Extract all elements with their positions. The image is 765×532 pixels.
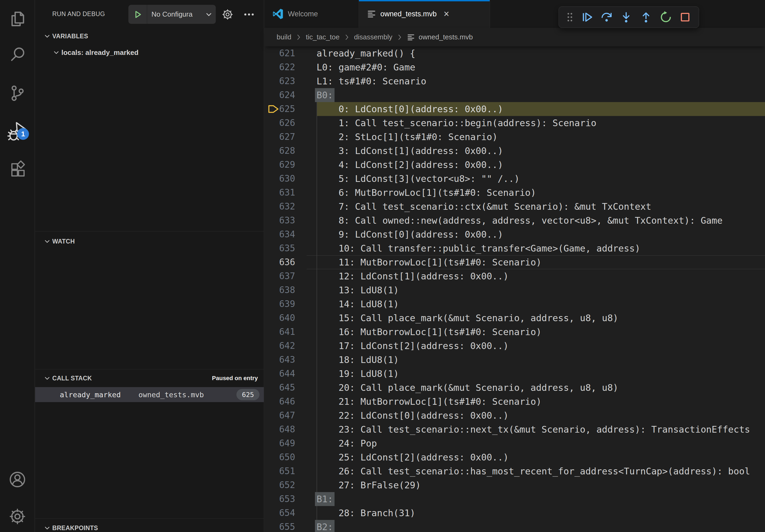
code-line[interactable]: 651 26: Call test_scenario::has_most_rec… [264, 464, 765, 478]
code-line[interactable]: 652 27: BrFalse(29) [264, 478, 765, 492]
line-text: 16: MutBorrowLoc[1](ts#1#0: Scenario) [317, 325, 541, 339]
chevron-down-icon [44, 375, 51, 382]
code-line[interactable]: 627 2: StLoc[1](ts#1#0: Scenario) [264, 130, 765, 144]
account-icon[interactable] [0, 466, 35, 493]
line-number: 644 [264, 367, 295, 381]
line-number: 638 [264, 283, 295, 297]
code-line[interactable]: 653 B1: [264, 492, 765, 506]
toolbar-drag-handle[interactable] [564, 9, 576, 26]
code-line[interactable]: 630 5: LdConst[3](vector<u8>: "" /..) [264, 172, 765, 186]
code-line[interactable]: 637 12: LdConst[1](address: 0x00..) [264, 269, 765, 283]
editor-group: Welcome owned_tests.mvb × [264, 0, 765, 532]
debug-config-dropdown[interactable]: No Configura [128, 5, 216, 24]
code-line[interactable]: 624 B0: [264, 88, 765, 102]
code-line[interactable]: 628 3: LdConst[1](address: 0x00..) [264, 144, 765, 158]
breakpoints-header[interactable]: BREAKPOINTS [35, 520, 264, 532]
code-line[interactable]: 621 already_marked() { [264, 46, 765, 60]
line-text: 24: Pop [317, 436, 377, 450]
code-line[interactable]: 655 B2: [264, 520, 765, 532]
line-number: 621 [264, 46, 295, 60]
code-line[interactable]: 636 11: MutBorrowLoc[1](ts#1#0: Scenario… [264, 255, 765, 269]
continue-icon[interactable] [578, 9, 596, 26]
call-stack-section: CALL STACK Paused on entry already_marke… [35, 369, 264, 402]
breadcrumb-file[interactable]: owned_tests.mvb [419, 33, 473, 41]
code-line[interactable]: 647 22: LdConst[0](address: 0x00..) [264, 408, 765, 422]
chevron-right-icon [344, 34, 350, 41]
code-line[interactable]: 625 0: LdConst[0](address: 0x00..) [264, 102, 765, 116]
call-stack-frame-row[interactable]: already_marked owned_tests.mvb 625 [35, 387, 264, 402]
breadcrumb-item-tic-tac-toe[interactable]: tic_tac_toe [306, 33, 340, 41]
debug-settings-gear-icon[interactable] [220, 6, 236, 23]
code-line[interactable]: 632 7: Call test_scenario::ctx(&mut Scen… [264, 199, 765, 213]
line-number: 635 [264, 241, 295, 255]
line-number: 653 [264, 492, 295, 506]
code-line[interactable]: 622 L0: game#2#0: Game [264, 60, 765, 74]
search-icon[interactable] [0, 41, 35, 68]
code-line[interactable]: 639 14: LdU8(1) [264, 297, 765, 311]
more-actions-icon[interactable] [241, 6, 257, 23]
stop-icon[interactable] [677, 9, 694, 26]
run-and-debug-icon[interactable]: 1 [0, 118, 35, 145]
line-text: 23: Call test_scenario::next_tx(&mut Sce… [317, 422, 750, 436]
variables-section: VARIABLES locals: already_marked [35, 28, 264, 60]
line-text: 6: MutBorrowLoc[1](ts#1#0: Scenario) [317, 186, 536, 199]
line-text: B2: [315, 520, 335, 532]
settings-gear-icon[interactable] [0, 503, 35, 530]
line-text: 17: LdConst[2](address: 0x00..) [317, 339, 508, 353]
code-line[interactable]: 644 19: LdU8(1) [264, 367, 765, 381]
step-over-icon[interactable] [598, 9, 615, 26]
explorer-icon[interactable] [0, 5, 35, 32]
extensions-icon[interactable] [0, 156, 35, 183]
line-number: 639 [264, 297, 295, 311]
code-line[interactable]: 645 20: Call place_mark(&mut Scenario, a… [264, 381, 765, 395]
chevron-down-icon [44, 238, 51, 245]
call-stack-header[interactable]: CALL STACK Paused on entry [35, 371, 264, 386]
step-out-icon[interactable] [637, 9, 655, 26]
line-number: 626 [264, 116, 295, 130]
code-line[interactable]: 623 L1: ts#1#0: Scenario [264, 74, 765, 88]
watch-header[interactable]: WATCH [35, 234, 264, 249]
restart-icon[interactable] [657, 9, 674, 26]
line-text: 27: BrFalse(29) [317, 478, 421, 492]
code-line[interactable]: 626 1: Call test_scenario::begin(address… [264, 116, 765, 130]
code-line[interactable]: 631 6: MutBorrowLoc[1](ts#1#0: Scenario) [264, 186, 765, 199]
line-number: 624 [264, 88, 295, 102]
debug-toolbar [559, 6, 699, 28]
code-line[interactable]: 641 16: MutBorrowLoc[1](ts#1#0: Scenario… [264, 325, 765, 339]
variables-scope-row[interactable]: locals: already_marked [35, 46, 264, 60]
code-line[interactable]: 642 17: LdConst[2](address: 0x00..) [264, 339, 765, 353]
chevron-right-icon [397, 34, 402, 41]
chevron-down-icon [53, 49, 60, 56]
source-control-icon[interactable] [0, 80, 35, 107]
code-line[interactable]: 649 24: Pop [264, 436, 765, 450]
breadcrumb-item-disassembly[interactable]: disassembly [354, 33, 392, 41]
step-into-icon[interactable] [618, 9, 635, 26]
start-debug-button[interactable] [128, 5, 147, 24]
code-line[interactable]: 638 13: LdU8(1) [264, 283, 765, 297]
code-line[interactable]: 634 9: LdConst[0](address: 0x00..) [264, 227, 765, 241]
tab-welcome[interactable]: Welcome [264, 0, 359, 28]
tab-owned-tests[interactable]: owned_tests.mvb × [359, 0, 490, 28]
code-line[interactable]: 629 4: LdConst[2](address: 0x00..) [264, 158, 765, 172]
line-text: 14: LdU8(1) [317, 297, 399, 311]
line-text: 11: MutBorrowLoc[1](ts#1#0: Scenario) [317, 255, 541, 269]
code-line[interactable]: 643 18: LdU8(1) [264, 353, 765, 367]
code-line[interactable]: 640 15: Call place_mark(&mut Scenario, a… [264, 311, 765, 325]
close-icon[interactable]: × [443, 9, 449, 19]
code-line[interactable]: 635 10: Call transfer::public_transfer<G… [264, 241, 765, 255]
code-line[interactable]: 650 25: LdConst[2](address: 0x00..) [264, 450, 765, 464]
code-line[interactable]: 648 23: Call test_scenario::next_tx(&mut… [264, 422, 765, 436]
line-number: 650 [264, 450, 295, 464]
code-line[interactable]: 654 28: Branch(31) [264, 506, 765, 520]
line-number: 634 [264, 227, 295, 241]
chevron-down-icon [44, 524, 51, 531]
frame-line-badge: 625 [237, 389, 260, 400]
pause-status: Paused on entry [212, 371, 258, 386]
code-line[interactable]: 646 21: MutBorrowLoc[1](ts#1#0: Scenario… [264, 395, 765, 408]
code-viewport[interactable]: 621 already_marked() { 622 L0: game#2#0:… [264, 46, 765, 532]
breadcrumb-item-build[interactable]: build [277, 33, 291, 41]
code-line[interactable]: 633 8: Call owned::new(address, address,… [264, 213, 765, 227]
variables-header[interactable]: VARIABLES [35, 28, 264, 44]
vscode-logo-icon [272, 8, 284, 20]
line-number: 641 [264, 325, 295, 339]
